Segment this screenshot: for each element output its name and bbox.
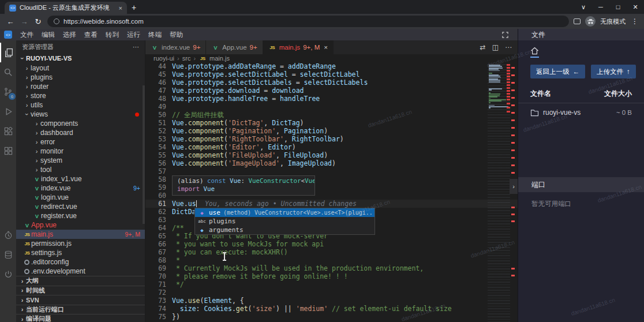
suggestion-item[interactable]: ◆use(method) VueConstructor<Vue>.use<T>(… [195, 208, 375, 217]
window-close-button[interactable]: ✕ [627, 3, 644, 11]
tree-item[interactable]: VApp.vue [16, 220, 145, 230]
tree-item[interactable]: Vregister.vue [16, 211, 145, 220]
sidebar-section[interactable]: ›当前运行端口 [16, 305, 145, 314]
browser-tab[interactable]: <> CloudIDE - 云原生集成开发环境 × [5, 2, 127, 14]
tree-item[interactable]: .editorconfig [16, 257, 145, 267]
database-icon[interactable] [0, 245, 16, 264]
code-line[interactable]: 71 */ [145, 280, 518, 289]
close-icon[interactable]: × [324, 44, 328, 51]
tree-item[interactable]: ›layout [16, 63, 145, 73]
site-info-icon[interactable] [54, 18, 59, 24]
code-line[interactable]: 46Vue.prototype.selectDictLabels = selec… [145, 78, 518, 87]
menu-item[interactable]: 编辑 [38, 29, 59, 40]
tree-item[interactable]: ›views [16, 110, 145, 119]
tree-item[interactable]: Vindex.vue9+ [16, 184, 145, 193]
code-line[interactable]: 51Vue.component('DictTag', DictTag) [145, 119, 518, 127]
suggestion-item[interactable]: ◆arguments [195, 226, 375, 234]
code-line[interactable]: 74 size: Cookies.get('size') || 'medium'… [145, 305, 518, 313]
timer-icon[interactable] [0, 225, 16, 245]
code-line[interactable]: 57 [145, 167, 518, 175]
home-icon[interactable] [530, 47, 539, 58]
code-line[interactable]: 70 * please remove it before going onlin… [145, 272, 518, 280]
minimap[interactable] [488, 62, 510, 322]
breadcrumb-item[interactable]: main.js [209, 55, 230, 62]
forward-icon[interactable]: → [20, 17, 29, 26]
tree-item[interactable]: ›dashboard [16, 128, 145, 137]
tab-close-icon[interactable]: × [119, 5, 122, 12]
breadcrumb[interactable]: ruoyi-ui›src›JSmain.js [145, 54, 518, 62]
power-icon[interactable] [0, 264, 16, 284]
code-line[interactable]: 48Vue.prototype.handleTree = handleTree [145, 95, 518, 103]
tree-item[interactable]: Vindex_v1.vue [16, 174, 145, 184]
tree-item[interactable]: ›router [16, 82, 145, 91]
code-line[interactable]: 61Vue.us You, seconds ago • Uncommitted … [145, 200, 518, 208]
code-line[interactable]: 55Vue.component('FileUpload', FileUpload… [145, 151, 518, 159]
split-editor-icon[interactable]: ◫ [492, 43, 499, 51]
code-line[interactable]: 44Vue.prototype.addDateRange = addDateRa… [145, 62, 518, 70]
tree-item[interactable]: .env.development [16, 267, 145, 276]
tree-item[interactable]: ›store [16, 91, 145, 100]
code-line[interactable]: 73Vue.use(Element, { [145, 297, 518, 305]
code-line[interactable]: 69 * Currently MockJs will be used in th… [145, 264, 518, 272]
sidebar-section[interactable]: ›SVN [16, 295, 145, 305]
code-line[interactable]: 66 * you want to use MockJs for mock api [145, 240, 518, 248]
code-line[interactable]: 50// 全局组件挂载 [145, 111, 518, 119]
reload-icon[interactable]: ↻ [33, 17, 43, 26]
incognito-avatar-icon[interactable] [585, 16, 596, 27]
tree-item[interactable]: Vredirect.vue [16, 202, 145, 211]
menu-item[interactable]: 运行 [123, 29, 144, 40]
suggestion-item[interactable]: abcplugins [195, 217, 375, 226]
tree-item[interactable]: ›monitor [16, 147, 145, 156]
browser-menu-icon[interactable]: ⋮ [631, 17, 638, 25]
tree-item[interactable]: ›plugins [16, 73, 145, 82]
search-icon[interactable] [0, 62, 16, 82]
sidebar-section[interactable]: ›时间线 [16, 286, 145, 295]
sidebar-section[interactable]: ›大纲 [16, 276, 145, 286]
menu-item[interactable]: 帮助 [166, 29, 187, 40]
open-changes-icon[interactable]: ⇄ [480, 43, 486, 51]
tab-search-icon[interactable]: ∨ [575, 3, 592, 11]
code-line[interactable]: 56Vue.component('ImageUpload', ImageUplo… [145, 159, 518, 167]
breadcrumb-item[interactable]: src [182, 55, 191, 62]
code-line[interactable]: 54Vue.component('Editor', Editor) [145, 143, 518, 151]
code-line[interactable]: 45Vue.prototype.selectDictLabel = select… [145, 70, 518, 78]
back-parent-button[interactable]: 返回上一级 ← [530, 65, 585, 78]
menu-item[interactable]: 文件 [16, 29, 38, 40]
run-debug-icon[interactable] [0, 102, 16, 121]
more-actions-icon[interactable]: ⋯ [505, 43, 512, 51]
code-line[interactable]: 52Vue.component('Pagination', Pagination… [145, 127, 518, 135]
tree-item[interactable]: ›error [16, 137, 145, 147]
explorer-more-actions-icon[interactable]: ⋯ [133, 43, 139, 51]
panel-expand-chevron[interactable]: › [510, 179, 518, 194]
code-line[interactable]: 68 * [145, 256, 518, 264]
new-tab-button[interactable]: + [127, 3, 141, 12]
editor-tab[interactable]: VApp.vue9+ [206, 40, 263, 54]
sidebar-section[interactable]: ›编译问题 [16, 314, 145, 322]
url-bar[interactable]: https://webide.sinosoft.com [47, 16, 569, 27]
code-line[interactable]: 75}) [145, 313, 518, 321]
code-editor[interactable]: 44Vue.prototype.addDateRange = addDateRa… [145, 62, 518, 322]
explorer-icon[interactable] [0, 43, 16, 62]
tree-item[interactable]: ›tool [16, 165, 145, 174]
back-icon[interactable]: ← [6, 17, 15, 26]
fullscreen-icon[interactable] [502, 32, 508, 38]
dashboard-icon[interactable] [0, 141, 16, 160]
menu-item[interactable]: 查看 [80, 29, 102, 40]
code-line[interactable]: 49 [145, 103, 518, 111]
browser-panel-icon[interactable] [574, 18, 581, 24]
tree-item[interactable]: JSsettings.js [16, 248, 145, 257]
breadcrumb-item[interactable]: ruoyi-ui [153, 55, 174, 62]
tree-item[interactable]: ›system [16, 156, 145, 165]
code-line[interactable]: 72 [145, 289, 518, 297]
upload-file-button[interactable]: 上传文件 ↑ [591, 65, 636, 78]
tree-item[interactable]: JSmain.js9+, M [16, 230, 145, 239]
code-line[interactable]: 47Vue.prototype.download = download [145, 87, 518, 95]
code-line[interactable]: 53Vue.component('RightToolbar', RightToo… [145, 135, 518, 143]
tree-item[interactable]: JSpermission.js [16, 239, 145, 248]
window-maximize-button[interactable]: □ [609, 3, 627, 10]
source-control-icon[interactable]: 6 [0, 82, 16, 102]
tree-item[interactable]: ›components [16, 119, 145, 128]
project-root[interactable]: › RUOYI-VUE-VS [16, 53, 145, 63]
menu-item[interactable]: 终端 [144, 29, 166, 40]
sidebar-scrollbar[interactable] [143, 85, 145, 224]
